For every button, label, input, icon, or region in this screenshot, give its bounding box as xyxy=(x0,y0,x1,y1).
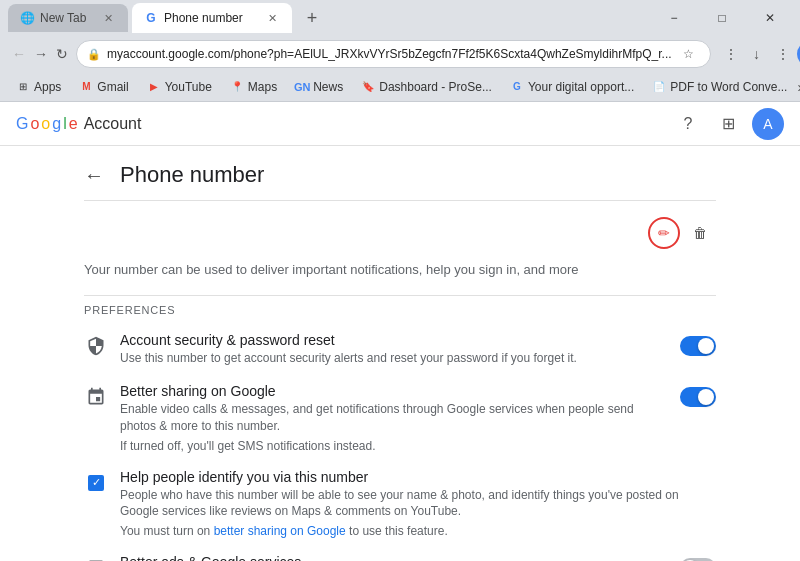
phone-description: Your number can be used to deliver impor… xyxy=(84,261,716,279)
preferences-divider xyxy=(84,295,716,296)
grid-button[interactable]: ⊞ xyxy=(712,108,744,140)
google-logo: Google Account xyxy=(16,115,141,133)
security-title: Account security & password reset xyxy=(120,332,668,348)
bookmark-news[interactable]: GN News xyxy=(287,78,351,96)
refresh-button[interactable]: ↻ xyxy=(56,42,68,66)
ads-icon xyxy=(84,556,108,561)
back-arrow-button[interactable]: ← xyxy=(84,164,104,187)
new-tab-favicon: 🌐 xyxy=(20,11,34,25)
security-icon xyxy=(84,334,108,358)
phone-tab-label: Phone number xyxy=(164,11,243,25)
bookmark-apps[interactable]: ⊞ Apps xyxy=(8,78,69,96)
extensions-button[interactable]: ⋮ xyxy=(719,42,743,66)
close-button[interactable]: ✕ xyxy=(748,4,792,32)
google-account-header: Google Account ? ⊞ A xyxy=(0,102,800,146)
bookmark-star-icon[interactable]: ☆ xyxy=(678,43,700,65)
url-text: myaccount.google.com/phone?ph=AElUL_JRXk… xyxy=(107,47,672,61)
forward-button[interactable]: → xyxy=(34,42,48,66)
security-toggle-knob xyxy=(698,338,714,354)
sharing-icon xyxy=(84,385,108,409)
apps-favicon: ⊞ xyxy=(16,80,30,94)
pdf-favicon: 📄 xyxy=(652,80,666,94)
address-bar: ← → ↻ 🔒 myaccount.google.com/phone?ph=AE… xyxy=(0,36,800,72)
phone-number-row: ✏ 🗑 xyxy=(84,217,716,255)
sharing-note: If turned off, you'll get SMS notificati… xyxy=(120,439,668,453)
logo-g2: g xyxy=(52,115,61,133)
youtube-favicon: ▶ xyxy=(147,80,161,94)
identify-note-suffix: to use this feature. xyxy=(346,524,448,538)
sharing-toggle-knob xyxy=(698,389,714,405)
logo-l: l xyxy=(63,115,67,133)
sharing-content: Better sharing on Google Enable video ca… xyxy=(120,383,668,453)
chrome-frame: 🌐 New Tab ✕ G Phone number ✕ + − □ ✕ ← →… xyxy=(0,0,800,102)
phone-tab-close[interactable]: ✕ xyxy=(264,10,280,26)
back-button[interactable]: ← xyxy=(12,42,26,66)
secure-icon: 🔒 xyxy=(87,48,101,61)
logo-g1: G xyxy=(16,115,28,133)
identify-checkbox-box[interactable]: ✓ xyxy=(88,475,104,491)
pref-identify: ✓ Help people identify you via this numb… xyxy=(84,461,716,547)
pref-account-security: Account security & password reset Use th… xyxy=(84,324,716,375)
main-content: ← Phone number ✏ 🗑 Your number can be us… xyxy=(60,146,740,561)
phone-tab-favicon: G xyxy=(144,11,158,25)
new-tab-button[interactable]: + xyxy=(300,6,324,30)
chrome-actions: ⋮ ↓ ⋮ A xyxy=(719,41,800,67)
menu-button[interactable]: ⋮ xyxy=(771,42,795,66)
gmail-label: Gmail xyxy=(97,80,128,94)
page-title: Phone number xyxy=(120,162,264,188)
maps-favicon: 📍 xyxy=(230,80,244,94)
page-header: ← Phone number xyxy=(84,162,716,201)
ga-header-actions: ? ⊞ A xyxy=(672,108,784,140)
identify-note-link[interactable]: better sharing on Google xyxy=(214,524,346,538)
title-bar: 🌐 New Tab ✕ G Phone number ✕ + − □ ✕ xyxy=(0,0,800,36)
new-tab-close[interactable]: ✕ xyxy=(100,10,116,26)
edit-icon: ✏ xyxy=(658,225,670,241)
help-button[interactable]: ? xyxy=(672,108,704,140)
bookmark-dashboard[interactable]: 🔖 Dashboard - ProSe... xyxy=(353,78,500,96)
news-label: News xyxy=(313,80,343,94)
security-toggle[interactable] xyxy=(680,336,716,356)
downloads-button[interactable]: ↓ xyxy=(745,42,769,66)
gmail-favicon: M xyxy=(79,80,93,94)
maximize-button[interactable]: □ xyxy=(700,4,744,32)
tab-phone-number[interactable]: G Phone number ✕ xyxy=(132,3,292,33)
ads-title: Better ads & Google services xyxy=(120,554,668,561)
user-avatar[interactable]: A xyxy=(752,108,784,140)
sharing-toggle-switch[interactable] xyxy=(680,387,716,407)
identify-content: Help people identify you via this number… xyxy=(120,469,716,539)
edit-phone-button[interactable]: ✏ xyxy=(648,217,680,249)
delete-icon: 🗑 xyxy=(693,225,707,241)
bookmark-maps[interactable]: 📍 Maps xyxy=(222,78,285,96)
digital-favicon: G xyxy=(510,80,524,94)
identify-checkbox[interactable]: ✓ xyxy=(84,471,108,495)
logo-o1: o xyxy=(30,115,39,133)
bookmarks-bar: ⊞ Apps M Gmail ▶ YouTube 📍 Maps GN News … xyxy=(0,72,800,102)
new-tab-label: New Tab xyxy=(40,11,86,25)
url-bar[interactable]: 🔒 myaccount.google.com/phone?ph=AElUL_JR… xyxy=(76,40,711,68)
digital-label: Your digital opport... xyxy=(528,80,634,94)
apps-label: Apps xyxy=(34,80,61,94)
tab-new-tab[interactable]: 🌐 New Tab ✕ xyxy=(8,4,128,32)
url-actions: ☆ xyxy=(678,43,700,65)
security-desc: Use this number to get account security … xyxy=(120,350,668,367)
bookmark-pdf[interactable]: 📄 PDF to Word Conve... xyxy=(644,78,795,96)
security-toggle-switch[interactable] xyxy=(680,336,716,356)
logo-e: e xyxy=(69,115,78,133)
logo-o2: o xyxy=(41,115,50,133)
bookmark-youtube[interactable]: ▶ YouTube xyxy=(139,78,220,96)
identify-title: Help people identify you via this number xyxy=(120,469,716,485)
account-label: Account xyxy=(84,115,142,133)
profile-avatar[interactable]: A xyxy=(797,41,800,67)
ads-content: Better ads & Google services Use this nu… xyxy=(120,554,668,561)
bookmark-gmail[interactable]: M Gmail xyxy=(71,78,136,96)
phone-section: ✏ 🗑 Your number can be used to deliver i… xyxy=(84,217,716,279)
maps-label: Maps xyxy=(248,80,277,94)
delete-phone-button[interactable]: 🗑 xyxy=(684,217,716,249)
page-content: Google Account ? ⊞ A ← Phone number ✏ xyxy=(0,102,800,561)
preferences-label: PREFERENCES xyxy=(84,304,716,316)
identify-desc: People who have this number will be able… xyxy=(120,487,716,521)
sharing-toggle[interactable] xyxy=(680,387,716,407)
minimize-button[interactable]: − xyxy=(652,4,696,32)
sharing-title: Better sharing on Google xyxy=(120,383,668,399)
bookmark-digital[interactable]: G Your digital opport... xyxy=(502,78,642,96)
